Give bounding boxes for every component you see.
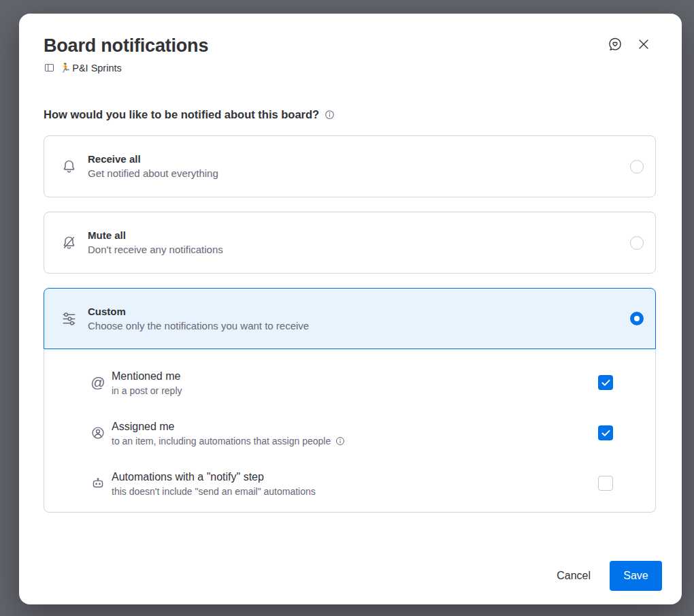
option-description: Choose only the notifications you want t… (88, 319, 309, 334)
radio-custom[interactable] (630, 312, 644, 325)
person-icon (90, 425, 105, 440)
close-button[interactable] (634, 35, 653, 54)
custom-option-description: in a post or reply (112, 384, 182, 398)
custom-option-automations-notify[interactable]: Automations with a "notify" step this do… (90, 468, 613, 498)
sliders-icon (61, 311, 77, 327)
info-icon[interactable] (324, 109, 335, 120)
custom-options-panel: @ Mentioned me in a post or reply (44, 349, 656, 513)
board-emoji: 🏃 (60, 63, 71, 73)
board-notifications-modal: Board notifications 🏃 P&I Sprints (19, 14, 682, 604)
board-icon (44, 62, 55, 74)
option-title: Custom (88, 304, 309, 319)
question-label: How would you like to be notified about … (44, 108, 319, 121)
checkbox-automations-notify[interactable] (598, 476, 613, 491)
option-title: Mute all (88, 228, 223, 242)
custom-option-description: to an item, including automations that a… (112, 434, 346, 448)
at-icon: @ (90, 375, 105, 390)
cancel-button[interactable]: Cancel (543, 563, 604, 589)
option-description: Get notified about everything (88, 166, 218, 181)
option-custom[interactable]: Custom Choose only the notifications you… (44, 288, 656, 349)
custom-option-title: Mentioned me (112, 368, 182, 384)
option-description: Don't receive any notifications (88, 242, 223, 257)
custom-option-description: this doesn't include "send an email" aut… (112, 485, 316, 498)
custom-option-title: Automations with a "notify" step (112, 469, 316, 485)
board-name: P&I Sprints (72, 63, 122, 74)
page-title: Board notifications (44, 14, 656, 56)
custom-option-mentioned-me[interactable]: @ Mentioned me in a post or reply (90, 368, 613, 398)
option-receive-all[interactable]: Receive all Get notified about everythin… (44, 135, 656, 197)
save-button[interactable]: Save (610, 561, 662, 591)
robot-icon (90, 476, 105, 491)
checkbox-mentioned-me[interactable] (598, 375, 613, 390)
feedback-button[interactable] (606, 35, 625, 54)
option-mute-all[interactable]: Mute all Don't receive any notifications (44, 212, 656, 274)
modal-footer: Cancel Save (543, 561, 662, 591)
breadcrumb-board: 🏃 P&I Sprints (44, 62, 656, 74)
radio-receive-all[interactable] (630, 160, 644, 174)
close-icon (636, 37, 651, 52)
custom-option-assigned-me[interactable]: Assigned me to an item, including automa… (90, 418, 613, 448)
bell-icon (61, 159, 77, 174)
info-icon[interactable] (335, 436, 346, 447)
option-title: Receive all (88, 152, 218, 166)
checkbox-assigned-me[interactable] (598, 425, 613, 440)
radio-mute-all[interactable] (630, 236, 644, 250)
custom-option-title: Assigned me (112, 419, 346, 434)
bell-off-icon (61, 235, 77, 250)
feedback-bubble-icon (607, 36, 623, 52)
